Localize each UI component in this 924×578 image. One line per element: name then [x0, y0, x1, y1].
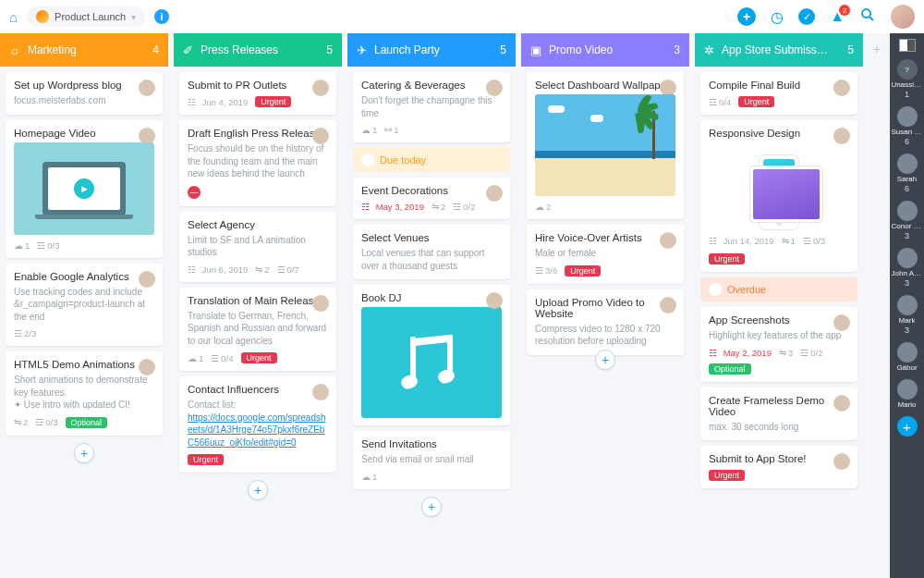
card-title: Draft English Press Release — [188, 128, 328, 139]
column-header[interactable]: ✲ App Store Submiss… 5 — [695, 33, 863, 67]
tag-urgent: Urgent — [188, 454, 224, 465]
card[interactable]: Create Frameless Demo Video max. 30 seco… — [700, 387, 857, 441]
checklist-progress: ☲0/4 — [211, 353, 233, 363]
checklist-progress: ☲0/2 — [800, 348, 822, 358]
rail-member[interactable]: Conor L…3 — [890, 201, 924, 240]
column-header[interactable]: ☼ Marketing 4 — [0, 33, 168, 67]
card-title: Select Venues — [361, 232, 502, 243]
card[interactable]: Compile Final Build ☲0/4 Urgent — [700, 72, 857, 115]
timer-icon[interactable]: ◷ — [771, 8, 784, 26]
add-column-button[interactable]: + — [869, 33, 885, 578]
checklist-progress: ☲0/3 — [37, 240, 59, 251]
rail-member[interactable]: ?Unassig…1 — [890, 59, 924, 99]
card[interactable]: Enable Google Analytics Use tracking cod… — [6, 264, 163, 347]
column-title: Promo Video — [549, 43, 666, 56]
checklist-progress: ☲2/3 — [14, 328, 36, 338]
column-app-store: ✲ App Store Submiss… 5 Compile Final Bui… — [695, 33, 863, 578]
activity-count: ⇋2 — [14, 417, 28, 427]
card[interactable]: Homepage Video ▶ ☁1 ☲0/3 — [6, 120, 163, 258]
card-subtitle: Limit to SF and LA animation studios — [188, 234, 328, 259]
bell-icon[interactable]: ▲ 2 — [830, 8, 845, 25]
card-title: Compile Final Build — [709, 80, 849, 91]
column-count: 5 — [500, 43, 506, 56]
card[interactable]: App Screenshots Highlight key features o… — [700, 307, 857, 382]
info-icon[interactable]: i — [154, 9, 169, 24]
column-header[interactable]: ✐ Press Releases 5 — [174, 33, 342, 67]
rail-member[interactable]: Mark3 — [890, 295, 924, 335]
due-date: ☷ Jun 4, 2019 — [188, 97, 248, 107]
card[interactable]: Hire Voice-Over Artists Male or female ☲… — [527, 225, 684, 284]
add-icon[interactable]: + — [737, 7, 756, 26]
assignee-avatar — [312, 128, 329, 144]
search-icon[interactable] — [859, 6, 876, 27]
card-title: Send Invitations — [361, 438, 502, 449]
card[interactable]: Select Agency Limit to SF and LA animati… — [179, 212, 336, 282]
card[interactable]: Responsive Design ☷ Jun 14, 2019 ⇋1 ☲0/3… — [700, 120, 857, 272]
card-subtitle: ✦ Use intro with updated CI! — [14, 399, 154, 412]
view-toggle-icon[interactable] — [899, 39, 916, 52]
card[interactable]: Select Dashboard Wallpapers ☁2 — [527, 72, 684, 219]
add-card-button[interactable]: + — [421, 497, 442, 517]
card-subtitle: max. 30 seconds long — [709, 421, 849, 434]
avatar[interactable] — [891, 5, 915, 29]
column-header[interactable]: ✈ Launch Party 5 — [347, 33, 516, 67]
card-subtitle: Highlight key features of the app — [709, 329, 849, 342]
avatar — [897, 342, 918, 363]
due-today-banner: ☷ Due today — [353, 148, 510, 172]
card[interactable]: Draft English Press Release Focus should… — [179, 120, 336, 206]
blocked-icon: — — [188, 186, 201, 199]
column-title: Marketing — [28, 43, 145, 56]
card[interactable]: Send Invitations Send via email or snail… — [353, 431, 510, 489]
card[interactable]: Event Decorations ☷ May 3, 2019 ⇋2 ☲0/2 — [353, 178, 510, 219]
rail-member[interactable]: Susan K…6 — [890, 106, 924, 146]
checklist-progress: ☲0/4 — [709, 97, 731, 107]
avatar — [897, 154, 918, 174]
assignee-avatar — [833, 395, 850, 412]
rail-member[interactable]: Sarah6 — [890, 154, 924, 193]
rail-member[interactable]: Mario — [890, 379, 924, 409]
card[interactable]: Submit to PR Outlets ☷ Jun 4, 2019 Urgen… — [179, 72, 336, 115]
music-thumbnail — [361, 307, 502, 418]
tag-urgent: Urgent — [565, 265, 601, 277]
assignee-avatar — [312, 80, 329, 96]
card[interactable]: Book DJ — [353, 285, 510, 425]
assignee-avatar — [660, 297, 676, 314]
card[interactable]: Translation of Main Release Translate to… — [179, 288, 336, 372]
card[interactable]: Select Venues Local venues that can supp… — [353, 225, 510, 279]
card[interactable]: HTML5 Demo Animations Short animations t… — [6, 351, 163, 436]
card[interactable]: Contact Influencers Contact list: https:… — [179, 376, 336, 473]
card-link[interactable]: https://docs.google.com/spreadsheets/d/1… — [188, 412, 328, 449]
add-card-button[interactable]: + — [74, 443, 94, 463]
checklist-progress: ☲0/7 — [277, 264, 299, 275]
rail-member[interactable]: John Ap…3 — [890, 248, 924, 288]
check-icon[interactable]: ✓ — [798, 8, 815, 25]
home-icon[interactable]: ⌂ — [9, 9, 18, 25]
add-card-button[interactable]: + — [248, 480, 268, 500]
column-header[interactable]: ▣ Promo Video 3 — [521, 33, 689, 67]
card[interactable]: Catering & Beverages Don't forget the ch… — [353, 72, 510, 142]
card-title: Upload Promo Video to Website — [535, 297, 675, 319]
card[interactable]: Set up Wordpress blog focus.meisterlabs.… — [6, 72, 163, 115]
comments-count: ☁1 — [14, 240, 30, 251]
card[interactable]: Upload Promo Video to Website Compress v… — [527, 289, 684, 355]
svg-line-1 — [869, 17, 873, 20]
add-member-button[interactable]: + — [897, 416, 918, 437]
card-subtitle: Don't forget the champagne this time — [361, 94, 502, 119]
top-bar-actions: + ◷ ✓ ▲ 2 — [737, 5, 915, 29]
add-card-button[interactable]: + — [595, 350, 615, 370]
comments-count: ☁2 — [535, 202, 551, 212]
comments-count: ☁1 — [188, 353, 203, 363]
rail-member[interactable]: Gábor — [890, 342, 924, 372]
activity-count: ⇋3 — [779, 348, 793, 358]
assignee-avatar — [660, 232, 676, 249]
activity-count: ⇋2 — [255, 264, 269, 275]
comments-count: ☁1 — [361, 125, 377, 135]
assignee-avatar — [139, 80, 155, 96]
card-title: Enable Google Analytics — [14, 271, 154, 282]
card[interactable]: Submit to App Store! Urgent — [700, 446, 857, 488]
card-title: Submit to PR Outlets — [188, 80, 328, 91]
video-thumbnail: ▶ — [14, 142, 154, 235]
assignee-avatar — [833, 453, 850, 470]
assignee-avatar — [486, 292, 503, 309]
project-selector[interactable]: Product Launch ▾ — [27, 6, 145, 27]
